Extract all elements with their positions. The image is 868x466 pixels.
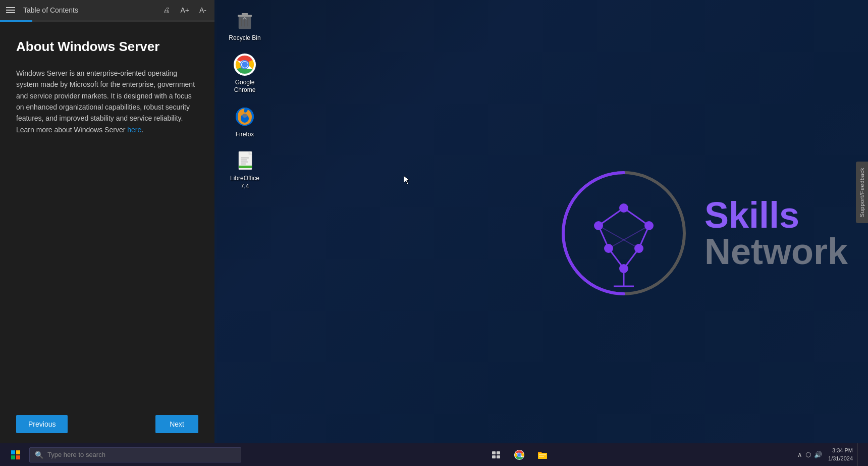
hamburger-menu-icon[interactable] <box>6 7 15 13</box>
header-icons: 🖨 A+ A- <box>161 5 208 15</box>
clock[interactable]: 3:34 PM 1/31/2024 <box>828 447 853 462</box>
search-bar[interactable]: 🔍 Type here to search <box>29 447 241 462</box>
svg-rect-51 <box>539 454 546 455</box>
clock-time: 3:34 PM <box>832 447 853 454</box>
panel-header: Table of Contents 🖨 A+ A- <box>0 0 214 20</box>
tray-chevron-icon[interactable]: ∧ <box>797 451 802 458</box>
svg-line-28 <box>599 208 624 226</box>
panel-title: Table of Contents <box>23 6 153 14</box>
svg-rect-16 <box>241 158 249 159</box>
svg-rect-18 <box>241 162 248 163</box>
search-icon: 🔍 <box>35 451 43 459</box>
panel-content: About Windows Server Windows Server is a… <box>0 22 214 405</box>
print-button[interactable]: 🖨 <box>161 5 172 15</box>
recycle-bin-icon[interactable]: Recycle Bin <box>225 5 265 45</box>
clock-date: 1/31/2024 <box>828 455 853 462</box>
search-placeholder: Type here to search <box>47 451 105 458</box>
volume-icon[interactable]: 🔊 <box>814 451 822 458</box>
svg-line-32 <box>609 248 624 269</box>
next-button[interactable]: Next <box>155 415 198 433</box>
page-title: About Windows Server <box>16 38 198 56</box>
svg-rect-45 <box>497 455 500 458</box>
zoom-out-button[interactable]: A- <box>197 5 208 15</box>
network-text: Network <box>704 233 848 270</box>
page-body: Windows Server is an enterprise-oriented… <box>16 68 198 135</box>
desktop-icons-container: Recycle Bin Google Chrome <box>225 5 265 194</box>
svg-rect-40 <box>11 455 15 459</box>
skills-network-logo: Skills Network <box>558 168 848 299</box>
recycle-bin-label: Recycle Bin <box>229 34 260 42</box>
svg-line-35 <box>609 226 649 248</box>
svg-point-9 <box>242 62 248 68</box>
firefox-icon[interactable]: Firefox <box>225 101 265 142</box>
libreoffice-icon[interactable]: LibreOffice 7.4 <box>225 145 265 193</box>
svg-line-34 <box>599 226 639 248</box>
here-link[interactable]: here <box>127 126 141 134</box>
svg-rect-42 <box>492 451 496 454</box>
taskbar-right: ∧ ⬡ 🔊 3:34 PM 1/31/2024 <box>797 443 864 466</box>
chrome-label: Google Chrome <box>228 79 262 94</box>
skills-network-text: Skills Network <box>704 197 848 270</box>
taskbar-chrome-icon[interactable] <box>509 443 530 466</box>
desktop: Table of Contents 🖨 A+ A- About Windows … <box>0 0 868 466</box>
svg-rect-2 <box>242 13 248 15</box>
svg-rect-43 <box>497 451 500 454</box>
panel-footer: Previous Next <box>0 405 214 443</box>
show-desktop-button[interactable] <box>857 443 860 466</box>
task-view-button[interactable] <box>485 443 507 466</box>
taskbar-file-explorer-icon[interactable] <box>532 443 553 466</box>
taskbar: 🔍 Type here to search <box>0 443 868 466</box>
start-button[interactable] <box>4 443 27 466</box>
svg-line-33 <box>624 248 639 269</box>
svg-point-12 <box>242 114 248 120</box>
svg-rect-52 <box>539 456 544 457</box>
previous-button[interactable]: Previous <box>16 415 68 433</box>
windows-logo-icon <box>11 450 20 459</box>
svg-rect-38 <box>11 450 15 454</box>
skills-text: Skills <box>704 197 848 233</box>
svg-rect-19 <box>241 164 246 165</box>
svg-rect-44 <box>492 455 496 458</box>
svg-rect-41 <box>16 455 20 459</box>
taskbar-center <box>241 443 797 466</box>
google-chrome-icon[interactable]: Google Chrome <box>225 49 265 97</box>
libreoffice-label: LibreOffice 7.4 <box>228 175 262 190</box>
mouse-cursor <box>404 176 410 185</box>
left-panel: Table of Contents 🖨 A+ A- About Windows … <box>0 0 214 443</box>
skills-network-circle-icon <box>558 168 689 299</box>
network-icon[interactable]: ⬡ <box>805 451 811 458</box>
zoom-in-button[interactable]: A+ <box>178 5 191 15</box>
system-tray: ∧ ⬡ 🔊 <box>797 451 822 458</box>
svg-rect-20 <box>239 166 252 168</box>
svg-rect-17 <box>241 160 247 161</box>
svg-line-29 <box>624 208 649 226</box>
svg-point-49 <box>518 453 521 456</box>
svg-rect-39 <box>16 450 20 454</box>
svg-rect-1 <box>238 15 252 17</box>
support-feedback-tab[interactable]: Support/Feedback <box>856 162 868 223</box>
firefox-label: Firefox <box>236 131 254 139</box>
